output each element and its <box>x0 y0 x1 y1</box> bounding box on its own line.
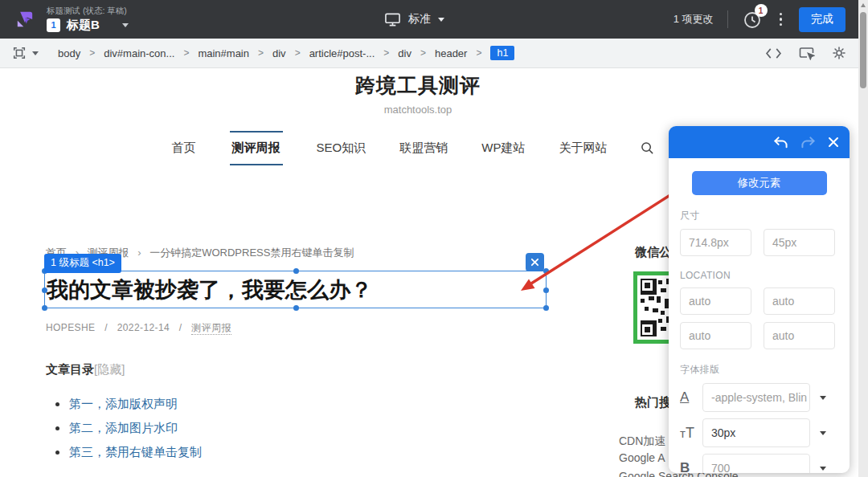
location-right-input[interactable]: auto <box>764 287 835 315</box>
post-category-link[interactable]: 测评周报 <box>191 322 231 335</box>
toc-title: 文章目录 <box>46 362 94 376</box>
selection-handle[interactable] <box>42 305 47 311</box>
page-viewport: 跨境工具测评 matchtools.top 首页 测评周报 SEO知识 联盟营销… <box>0 68 858 477</box>
scrollbar-up-arrow[interactable] <box>861 3 866 7</box>
size-section-label: 尺寸 <box>680 209 850 222</box>
close-icon[interactable] <box>828 137 839 148</box>
undo-icon[interactable] <box>773 136 788 149</box>
selection-handle[interactable] <box>42 287 47 293</box>
select-frame-icon[interactable] <box>12 46 39 60</box>
font-weight-icon: B <box>680 460 702 473</box>
panel-header <box>669 126 850 158</box>
font-family-icon: A <box>680 389 702 406</box>
dom-node-main[interactable]: main#main <box>198 47 249 59</box>
font-weight-select[interactable]: 700 <box>702 454 810 473</box>
font-size-select[interactable]: 30px <box>702 418 810 447</box>
device-mode-selector[interactable]: 标准 <box>384 0 444 39</box>
selection-handle[interactable] <box>543 268 549 274</box>
topbar-actions: 1 项更改 1 完成 <box>674 7 845 32</box>
app-logo-icon[interactable] <box>13 7 37 31</box>
chevron-down-icon[interactable] <box>122 23 129 27</box>
toc-header: 文章目录[隐藏] <box>46 362 125 377</box>
location-bottom-input[interactable]: auto <box>680 322 751 349</box>
location-top-input[interactable]: auto <box>680 287 751 315</box>
nav-home[interactable]: 首页 <box>172 131 196 165</box>
nav-seo[interactable]: SEO知识 <box>317 131 366 165</box>
dom-node-article[interactable]: article#post-... <box>309 47 375 59</box>
breadcrumb-separator: › <box>137 247 141 259</box>
chevron-separator: > <box>295 47 301 59</box>
post-author: HOPESHE <box>46 322 95 333</box>
site-domain: matchtools.top <box>0 104 836 116</box>
done-button[interactable]: 完成 <box>799 7 845 32</box>
side-link-google-a[interactable]: Google A <box>619 451 665 464</box>
selection-tag-badge: 1 级标题 <h1> <box>44 254 121 273</box>
chevron-down-icon[interactable] <box>820 467 826 471</box>
document-status: 标题测试 (状态: 草稿) <box>47 6 129 16</box>
dom-breadcrumb-bar: body > div#main-con... > main#main > div… <box>0 39 858 68</box>
nav-affiliate[interactable]: 联盟营销 <box>399 131 448 165</box>
crumb-post: 一分钟搞定WORDPRESS禁用右键单击复制 <box>149 247 354 259</box>
editor-screen: 标题测试 (状态: 草稿) 1 标题B 标准 1 项更改 <box>0 0 868 477</box>
toc-list: 第一，添加版权声明 第二，添加图片水印 第三，禁用右键单击复制 <box>69 397 202 469</box>
post-date: 2022-12-14 <box>117 322 170 333</box>
chevron-down-icon <box>438 18 444 22</box>
side-link-cdn[interactable]: CDN加速 <box>619 434 665 449</box>
kebab-menu-icon[interactable] <box>776 10 786 30</box>
post-meta: HOPESHE / 2022-12-14 / 测评周报 <box>46 321 231 335</box>
height-input[interactable]: 45px <box>764 229 835 256</box>
divider <box>727 10 728 28</box>
selection-handle[interactable] <box>293 305 299 311</box>
meta-separator: / <box>179 322 182 333</box>
element-selection-box[interactable] <box>44 271 547 308</box>
selection-handle[interactable] <box>543 305 549 311</box>
nav-reviews-active[interactable]: 测评周报 <box>230 131 283 165</box>
chevron-down-icon <box>32 51 39 55</box>
nav-wp[interactable]: WP建站 <box>481 131 525 165</box>
inspect-element-icon[interactable] <box>799 46 815 60</box>
history-icon[interactable]: 1 <box>742 9 763 30</box>
chevron-separator: > <box>420 47 426 59</box>
code-icon[interactable] <box>765 47 782 59</box>
scrollbar-thumb[interactable] <box>860 12 866 88</box>
search-icon[interactable] <box>641 141 654 155</box>
dom-node-header[interactable]: header <box>435 47 467 59</box>
dom-node-div2[interactable]: div <box>398 47 411 59</box>
gear-icon[interactable] <box>832 46 846 60</box>
site-title: 跨境工具测评 <box>0 72 836 99</box>
chevron-down-icon[interactable] <box>820 396 826 400</box>
browser-scrollbar[interactable] <box>858 0 868 477</box>
font-family-select[interactable]: -apple-system, Blin <box>702 383 810 412</box>
deselect-close-button[interactable] <box>526 253 544 271</box>
dom-node-div[interactable]: div <box>272 47 286 59</box>
dom-node-main-container[interactable]: div#main-con... <box>104 47 174 59</box>
toc-item: 第三，禁用右键单击复制 <box>69 445 202 469</box>
monitor-icon <box>384 12 401 27</box>
chevron-separator: > <box>89 47 95 59</box>
typography-section-label: 字体排版 <box>680 363 850 377</box>
document-info: 标题测试 (状态: 草稿) 1 标题B <box>47 6 129 33</box>
chevron-down-icon[interactable] <box>820 431 826 435</box>
redo-icon[interactable] <box>800 136 816 149</box>
font-size-icon: тT <box>680 425 702 442</box>
chevron-separator: > <box>383 47 389 59</box>
dom-node-h1-selected[interactable]: h1 <box>490 46 514 60</box>
location-left-input[interactable]: auto <box>764 322 835 349</box>
modify-element-button[interactable]: 修改元素 <box>692 171 827 195</box>
editor-topbar: 标题测试 (状态: 草稿) 1 标题B 标准 1 项更改 <box>0 0 858 39</box>
changes-count: 1 项更改 <box>674 12 714 26</box>
chevron-separator: > <box>183 47 189 59</box>
toc-link-1[interactable]: 第一，添加版权声明 <box>69 397 178 410</box>
toc-link-2[interactable]: 第二，添加图片水印 <box>69 421 178 434</box>
toc-hide-toggle[interactable]: [隐藏] <box>94 362 125 376</box>
meta-separator: / <box>104 322 108 333</box>
chevron-separator: > <box>476 47 481 59</box>
dom-node-body[interactable]: body <box>58 47 80 59</box>
width-input[interactable]: 714.8px <box>680 229 751 256</box>
toc-link-3[interactable]: 第三，禁用右键单击复制 <box>69 445 202 459</box>
selection-handle[interactable] <box>293 268 299 274</box>
selection-handle[interactable] <box>543 287 549 293</box>
dombar-tools <box>765 46 846 60</box>
nav-about[interactable]: 关于网站 <box>559 131 607 165</box>
selection-count-badge: 1 <box>47 18 60 32</box>
